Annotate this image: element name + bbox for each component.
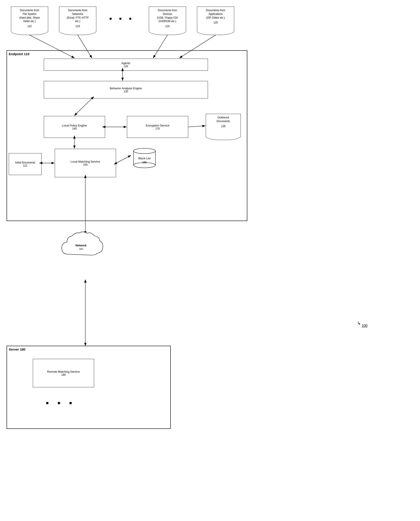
initial-doc-number: 121 [23, 164, 27, 167]
svg-text:105: 105 [79, 248, 83, 250]
doc-filesystem-number: 122 [13, 24, 47, 28]
encryption-box: Encryption Service 170 [127, 116, 188, 138]
local-matching-label: Local Matching Service [71, 160, 100, 163]
svg-text:Network: Network [75, 244, 87, 247]
outbound-doc-banner: OutboundDocuments 126 [206, 114, 241, 140]
doc-networks-text: Documents fromNetworks(Email, FTP, HTTPe… [61, 8, 95, 23]
behavior-label: Behavior Analysis Engine [110, 87, 142, 90]
svg-text:160: 160 [142, 161, 147, 164]
server-label: Server 180 [9, 348, 25, 351]
blacklist-cylinder: Black List 160 [131, 147, 158, 171]
agents-number: 120 [124, 65, 128, 68]
svg-text:Black List: Black List [138, 157, 150, 160]
outbound-text: OutboundDocuments [207, 116, 239, 123]
doc-filesystem-text: Documents fromFile System(Hard disk, Sha… [13, 8, 47, 23]
agents-box: Agents 120 [44, 59, 208, 71]
local-policy-label: Local Policy Engine [62, 124, 87, 127]
doc-devices-text: Documents fromDevices(USB, Floppy CD/DVD… [150, 8, 185, 23]
behavior-number: 130 [124, 90, 128, 93]
initial-doc-label: Initial Documents [15, 161, 35, 164]
dots-sources: ■ ■ ■ [109, 16, 133, 21]
encryption-label: Encryption Service [146, 124, 169, 127]
doc-applications-number: 125 [199, 21, 233, 24]
agents-label: Agents [121, 61, 130, 65]
encryption-number: 170 [155, 127, 160, 130]
server-dots: ■ ■ ■ [46, 401, 74, 405]
endpoint-label: Endpoint 110 [9, 52, 29, 56]
reference-number: 100 [361, 324, 368, 328]
local-policy-number: 140 [72, 127, 77, 130]
diagram-container: 100 ↳ Documents fromFile System(Hard dis… [0, 0, 420, 521]
doc-filesystem: Documents fromFile System(Hard disk, Sha… [11, 7, 48, 35]
doc-applications-text: Documents fromApplications(ZIP, Editor e… [199, 8, 233, 20]
behavior-box: Behavior Analysis Engine 130 [44, 81, 208, 98]
remote-matching-label: Remote Matching Service [47, 370, 80, 373]
local-matching-box: Local Matching Service 150 [55, 149, 116, 177]
initial-doc-box: Initial Documents 121 [9, 153, 42, 175]
network-cloud: Network 105 [57, 230, 105, 265]
local-matching-number: 150 [83, 163, 88, 166]
doc-devices: Documents fromDevices(USB, Floppy CD/DVD… [149, 7, 186, 35]
doc-devices-number: 124 [150, 24, 185, 28]
doc-networks-number: 123 [61, 24, 95, 28]
doc-networks: Documents fromNetworks(Email, FTP, HTTPe… [59, 7, 96, 35]
remote-matching-number: 190 [61, 373, 66, 376]
outbound-number: 126 [207, 125, 239, 128]
doc-applications: Documents fromApplications(ZIP, Editor e… [197, 7, 234, 35]
local-policy-box: Local Policy Engine 140 [44, 116, 105, 138]
ref-arrow: ↳ [357, 320, 361, 326]
remote-matching-box: Remote Matching Service 190 [33, 359, 94, 387]
svg-point-1 [134, 148, 155, 154]
server-box: Server 180 [7, 346, 171, 429]
